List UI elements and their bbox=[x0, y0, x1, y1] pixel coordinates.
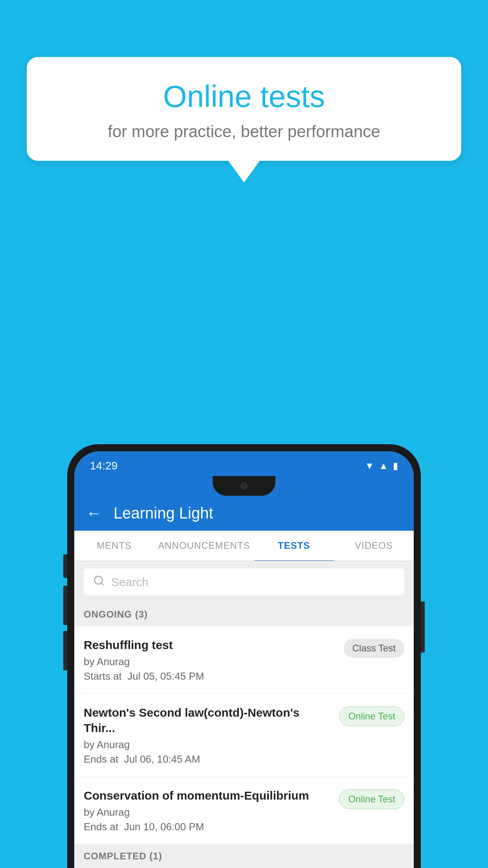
side-button-power-right bbox=[421, 601, 425, 653]
test-badge-1: Class Test bbox=[344, 639, 404, 658]
ongoing-section-header: ONGOING (3) bbox=[74, 603, 414, 626]
notch-area bbox=[74, 476, 414, 496]
test-item-2[interactable]: Newton's Second law(contd)-Newton's Thir… bbox=[74, 694, 414, 777]
test-info-1: Reshuffling test by Anurag Starts at Jul… bbox=[84, 637, 336, 682]
test-time-2: Ends at Jul 06, 10:45 AM bbox=[84, 753, 331, 765]
test-badge-3: Online Test bbox=[339, 789, 404, 809]
test-item-1[interactable]: Reshuffling test by Anurag Starts at Jul… bbox=[74, 626, 414, 694]
test-item-3[interactable]: Conservation of momentum-Equilibrium by … bbox=[74, 777, 414, 844]
tab-tests[interactable]: TESTS bbox=[254, 531, 334, 561]
test-author-3: by Anurag bbox=[84, 806, 331, 818]
back-button[interactable]: ← bbox=[86, 504, 102, 522]
wifi-icon: ▼ bbox=[365, 460, 374, 471]
notch bbox=[213, 476, 275, 496]
test-time-1: Starts at Jul 05, 05:45 PM bbox=[84, 670, 336, 682]
phone-outer: 14:29 ▼ ▲ ▮ ← Learning Light bbox=[67, 444, 421, 868]
test-name-3: Conservation of momentum-Equilibrium bbox=[84, 788, 331, 803]
tab-announcements[interactable]: ANNOUNCEMENTS bbox=[154, 531, 254, 561]
tab-ments[interactable]: MENTS bbox=[74, 531, 154, 561]
test-badge-2: Online Test bbox=[339, 706, 404, 726]
status-icons: ▼ ▲ ▮ bbox=[365, 460, 398, 471]
bubble-arrow bbox=[228, 161, 260, 182]
status-time: 14:29 bbox=[90, 460, 117, 472]
app-bar-title: Learning Light bbox=[114, 504, 213, 522]
speech-bubble: Online tests for more practice, better p… bbox=[27, 57, 461, 161]
test-name-2: Newton's Second law(contd)-Newton's Thir… bbox=[84, 705, 331, 736]
signal-icon: ▲ bbox=[379, 460, 388, 471]
app-bar: ← Learning Light bbox=[74, 496, 414, 531]
front-camera bbox=[240, 482, 248, 489]
test-author-2: by Anurag bbox=[84, 739, 331, 751]
tests-list: Reshuffling test by Anurag Starts at Jul… bbox=[74, 626, 414, 844]
test-name-1: Reshuffling test bbox=[84, 637, 336, 653]
status-bar: 14:29 ▼ ▲ ▮ bbox=[74, 451, 414, 478]
bubble-subtitle: for more practice, better performance bbox=[50, 122, 438, 141]
test-info-3: Conservation of momentum-Equilibrium by … bbox=[84, 788, 331, 833]
side-button-volume-down bbox=[63, 586, 67, 625]
search-container: Search bbox=[74, 561, 414, 603]
bubble-title: Online tests bbox=[50, 79, 438, 114]
tabs-bar: MENTS ANNOUNCEMENTS TESTS VIDEOS bbox=[74, 531, 414, 561]
search-icon bbox=[93, 575, 105, 589]
test-info-2: Newton's Second law(contd)-Newton's Thir… bbox=[84, 705, 331, 765]
svg-point-0 bbox=[95, 576, 103, 584]
phone-screen: 14:29 ▼ ▲ ▮ ← Learning Light bbox=[74, 451, 414, 868]
completed-section-header: COMPLETED (1) bbox=[74, 844, 414, 868]
tab-videos[interactable]: VIDEOS bbox=[334, 531, 414, 561]
svg-line-1 bbox=[101, 583, 103, 585]
phone-wrapper: 14:29 ▼ ▲ ▮ ← Learning Light bbox=[67, 444, 421, 868]
battery-icon: ▮ bbox=[393, 460, 398, 471]
side-button-power-left bbox=[63, 631, 67, 670]
test-time-3: Ends at Jun 10, 06:00 PM bbox=[84, 821, 331, 833]
speech-bubble-container: Online tests for more practice, better p… bbox=[27, 57, 461, 182]
search-bar[interactable]: Search bbox=[84, 568, 404, 596]
search-input[interactable]: Search bbox=[111, 576, 149, 589]
test-author-1: by Anurag bbox=[84, 656, 336, 668]
side-button-volume-up bbox=[63, 554, 67, 578]
